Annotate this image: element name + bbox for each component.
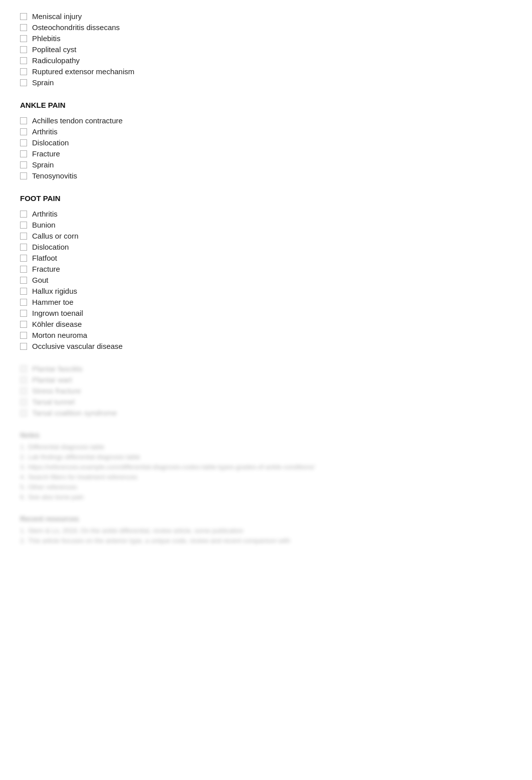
checkbox-icon[interactable] — [20, 150, 27, 157]
list-item[interactable]: Tarsal tunnel — [20, 398, 512, 406]
list-item-label: Dislocation — [32, 243, 69, 251]
list-item-label: Tarsal tunnel — [32, 398, 75, 406]
list-item[interactable]: Sprain — [20, 78, 512, 87]
list-item[interactable]: Morton neuroma — [20, 331, 512, 339]
list-item[interactable]: Ruptured extensor mechanism — [20, 67, 512, 76]
checkbox-icon[interactable] — [20, 255, 27, 262]
checkbox-icon[interactable] — [20, 376, 27, 383]
list-item[interactable]: Callus or corn — [20, 232, 512, 240]
checkbox-icon[interactable] — [20, 117, 27, 124]
checkbox-icon[interactable] — [20, 222, 27, 229]
checkbox-icon[interactable] — [20, 244, 27, 251]
list-item-label: Morton neuroma — [32, 331, 87, 339]
list-item[interactable]: Osteochondritis dissecans — [20, 23, 512, 32]
list-item[interactable]: Occlusive vascular disease — [20, 342, 512, 350]
list-item-label: Popliteal cyst — [32, 45, 76, 54]
list-item-label: Radiculopathy — [32, 56, 80, 65]
list-item[interactable]: Köhler disease — [20, 320, 512, 328]
list-item[interactable]: Phlebitis — [20, 34, 512, 43]
list-item[interactable]: Ingrown toenail — [20, 309, 512, 317]
list-item-label: Occlusive vascular disease — [32, 342, 123, 350]
notes-item: See also bone pain — [20, 493, 512, 501]
list-item-label: Tenosynovitis — [32, 171, 77, 180]
checkbox-icon[interactable] — [20, 211, 27, 218]
list-item[interactable]: Achilles tendon contracture — [20, 116, 512, 125]
list-item-label: Fracture — [32, 149, 60, 158]
list-item[interactable]: Meniscal injury — [20, 12, 512, 21]
list-item-label: Sprain — [32, 160, 54, 169]
checkbox-icon[interactable] — [20, 365, 27, 372]
checkbox-icon[interactable] — [20, 68, 27, 75]
notes-item: Search filters for treatment references — [20, 473, 512, 481]
list-item-label: Arthritis — [32, 127, 58, 136]
list-item[interactable]: Fracture — [20, 265, 512, 273]
checkbox-icon[interactable] — [20, 161, 27, 168]
notes-item: Other references — [20, 483, 512, 491]
list-item[interactable]: Popliteal cyst — [20, 45, 512, 54]
foot-pain-blurred-section: Plantar fasciitisPlantar wartStress frac… — [20, 364, 512, 417]
checkbox-icon[interactable] — [20, 79, 27, 86]
checkbox-icon[interactable] — [20, 24, 27, 31]
checkbox-icon[interactable] — [20, 57, 27, 64]
list-item[interactable]: Hallux rigidus — [20, 287, 512, 295]
list-item[interactable]: Tenosynovitis — [20, 171, 512, 180]
list-item[interactable]: Gout — [20, 276, 512, 284]
checkbox-icon[interactable] — [20, 399, 27, 406]
list-item[interactable]: Dislocation — [20, 243, 512, 251]
list-item-label: Callus or corn — [32, 232, 79, 240]
list-item[interactable]: Flatfoot — [20, 254, 512, 262]
checkbox-icon[interactable] — [20, 299, 27, 306]
checkbox-icon[interactable] — [20, 277, 27, 284]
recent-list: Stern & Lo, 2019, On the ankle different… — [20, 527, 512, 544]
foot-pain-list: ArthritisBunionCallus or cornDislocation… — [20, 210, 512, 350]
checkbox-icon[interactable] — [20, 410, 27, 417]
list-item-label: Bunion — [32, 221, 56, 229]
list-item[interactable]: Plantar fasciitis — [20, 364, 512, 373]
list-item[interactable]: Bunion — [20, 221, 512, 229]
list-item[interactable]: Tarsal coalition syndrome — [20, 409, 512, 417]
notes-title: Notes — [20, 431, 512, 439]
notes-item: https://references.example.com/different… — [20, 463, 512, 471]
knee-continued-list: Meniscal injuryOsteochondritis dissecans… — [20, 12, 512, 87]
knee-continued-section: Meniscal injuryOsteochondritis dissecans… — [20, 12, 512, 87]
ankle-pain-section: ANKLE PAIN Achilles tendon contractureAr… — [20, 101, 512, 180]
list-item-label: Köhler disease — [32, 320, 82, 328]
notes-item: Lab findings differential diagnosis tabl… — [20, 453, 512, 461]
checkbox-icon[interactable] — [20, 321, 27, 328]
list-item[interactable]: Arthritis — [20, 210, 512, 218]
checkbox-icon[interactable] — [20, 332, 27, 339]
list-item[interactable]: Hammer toe — [20, 298, 512, 306]
checkbox-icon[interactable] — [20, 387, 27, 395]
checkbox-icon[interactable] — [20, 310, 27, 317]
foot-pain-title: FOOT PAIN — [20, 194, 512, 203]
list-item-label: Gout — [32, 276, 49, 284]
checkbox-icon[interactable] — [20, 128, 27, 135]
list-item-label: Achilles tendon contracture — [32, 116, 123, 125]
checkbox-icon[interactable] — [20, 172, 27, 179]
checkbox-icon[interactable] — [20, 343, 27, 350]
list-item-label: Tarsal coalition syndrome — [32, 409, 117, 417]
list-item[interactable]: Stress fracture — [20, 386, 512, 395]
list-item-label: Meniscal injury — [32, 12, 82, 21]
list-item-label: Arthritis — [32, 210, 58, 218]
list-item[interactable]: Radiculopathy — [20, 56, 512, 65]
list-item-label: Plantar fasciitis — [32, 364, 83, 373]
list-item[interactable]: Plantar wart — [20, 375, 512, 384]
list-item-label: Fracture — [32, 265, 60, 273]
checkbox-icon[interactable] — [20, 13, 27, 20]
list-item-label: Dislocation — [32, 138, 69, 147]
notes-list: Differential diagnosis tableLab findings… — [20, 443, 512, 501]
list-item[interactable]: Arthritis — [20, 127, 512, 136]
list-item-label: Phlebitis — [32, 34, 61, 43]
checkbox-icon[interactable] — [20, 46, 27, 53]
recent-item: This article focuses on the anterior typ… — [20, 537, 512, 544]
checkbox-icon[interactable] — [20, 35, 27, 42]
checkbox-icon[interactable] — [20, 288, 27, 295]
list-item-label: Plantar wart — [32, 375, 72, 384]
checkbox-icon[interactable] — [20, 139, 27, 146]
list-item[interactable]: Dislocation — [20, 138, 512, 147]
checkbox-icon[interactable] — [20, 266, 27, 273]
checkbox-icon[interactable] — [20, 233, 27, 240]
list-item[interactable]: Sprain — [20, 160, 512, 169]
list-item[interactable]: Fracture — [20, 149, 512, 158]
